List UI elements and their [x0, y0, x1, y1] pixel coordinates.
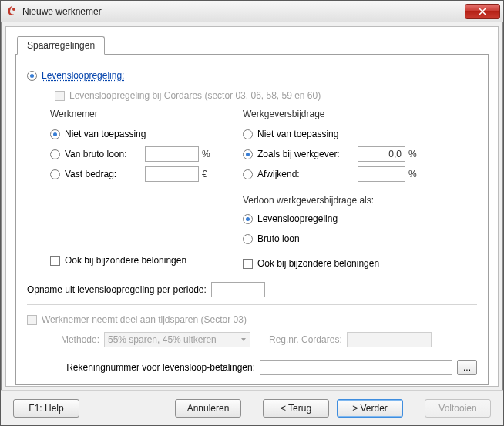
label: Niet van toepassing: [65, 129, 146, 139]
methode-row: Methode: Reg.nr. Cordares:: [27, 330, 477, 350]
label: Zoals bij werkgever:: [257, 149, 358, 159]
checkbox-icon: [243, 259, 253, 269]
radio-icon: [50, 129, 60, 139]
input-opname[interactable]: [211, 282, 265, 297]
checkbox-werknemer-ook-bij[interactable]: Ook bij bijzondere beloningen: [50, 250, 243, 270]
unit-percent: %: [199, 149, 211, 159]
unit-percent: %: [405, 149, 418, 159]
radio-werknemer-nvt[interactable]: Niet van toepassing: [50, 124, 243, 144]
opname-row: Opname uit levensloopregeling per period…: [27, 280, 477, 300]
verloon-heading: Verloon werkgeversbijdrage als:: [243, 195, 466, 206]
radio-werkgever-afwijkend[interactable]: Afwijkend: %: [243, 164, 466, 184]
option-levensloopregeling[interactable]: Levensloopregeling:: [27, 65, 477, 86]
browse-button[interactable]: ...: [457, 360, 477, 375]
radio-werkgever-zoals[interactable]: Zoals bij werkgever: %: [243, 144, 466, 164]
dialog-window: Nieuwe werknemer Spaarregelingen Levensl…: [0, 0, 504, 426]
checkbox-icon: [50, 256, 60, 266]
radio-verloon-levensloop[interactable]: Levensloopregeling: [243, 209, 466, 229]
terug-button[interactable]: < Terug: [263, 399, 329, 418]
ellipsis-icon: ...: [463, 362, 471, 373]
werknemer-group: Werknemer Niet van toepassing Van bruto …: [27, 109, 243, 273]
radio-verloon-bruto[interactable]: Bruto loon: [243, 229, 466, 249]
radio-icon: [243, 129, 253, 139]
close-button[interactable]: [465, 4, 500, 19]
tab-panel: Levensloopregeling: Levensloopregeling b…: [15, 54, 489, 385]
werkgever-group: Werkgeversbijdrage Niet van toepassing Z…: [243, 109, 466, 273]
checkbox-cordares-sector: Levensloopregeling bij Cordares (sector …: [27, 86, 477, 106]
werkgever-heading: Werkgeversbijdrage: [243, 109, 466, 119]
label: Levensloopregeling: [257, 213, 338, 224]
label: Ook bij bijzondere beloningen: [257, 258, 379, 269]
radio-icon: [243, 234, 253, 244]
radio-icon: [243, 149, 253, 159]
label: Vast bedrag:: [65, 169, 145, 179]
radio-werknemer-bruto[interactable]: Van bruto loon: %: [50, 144, 243, 164]
window-title: Nieuwe werknemer: [22, 6, 465, 17]
input-zoals-value[interactable]: [358, 146, 405, 162]
input-bruto-percentage[interactable]: [145, 146, 199, 162]
input-rekeningnummer[interactable]: [260, 360, 452, 375]
app-icon: [5, 5, 18, 18]
checkbox-icon: [27, 315, 37, 325]
help-button[interactable]: F1: Help: [13, 399, 79, 418]
levensloopregeling-label[interactable]: Levensloopregeling:: [42, 70, 124, 81]
voltooien-button: Voltooien: [425, 399, 491, 418]
werknemer-heading: Werknemer: [50, 109, 243, 119]
client-area: Spaarregelingen Levensloopregeling: Leve…: [5, 26, 499, 387]
tabstrip: Spaarregelingen: [15, 36, 489, 55]
opname-label: Opname uit levensloopregeling per period…: [27, 284, 207, 295]
verder-button[interactable]: > Verder: [337, 399, 403, 418]
rekening-label: Rekeningnummer voor levensloop-betalinge…: [55, 362, 255, 373]
unit-percent: %: [405, 169, 418, 179]
label: Van bruto loon:: [65, 149, 145, 159]
tab-spaarregelingen[interactable]: Spaarregelingen: [17, 36, 105, 55]
label: Bruto loon: [257, 233, 300, 244]
label: Afwijkend:: [257, 169, 358, 179]
unit-euro: €: [199, 169, 211, 179]
cordares-label: Levensloopregeling bij Cordares (sector …: [69, 90, 321, 101]
radio-werkgever-nvt[interactable]: Niet van toepassing: [243, 124, 466, 144]
regnr-label: Reg.nr. Cordares:: [269, 334, 342, 345]
methode-label: Methode:: [55, 334, 99, 345]
close-icon: [479, 8, 486, 15]
label: Ook bij bijzondere beloningen: [65, 255, 186, 266]
annuleren-button[interactable]: Annuleren: [175, 399, 241, 418]
checkbox-werkgever-ook-bij[interactable]: Ook bij bijzondere beloningen: [243, 253, 466, 273]
checkbox-tijdsparen: Werknemer neemt deel aan tijdsparen (Sec…: [27, 310, 477, 330]
chevron-down-icon: [240, 334, 247, 345]
tijdsparen-label: Werknemer neemt deel aan tijdsparen (Sec…: [42, 314, 247, 325]
label: Niet van toepassing: [257, 129, 338, 139]
footer: F1: Help Annuleren < Terug > Verder Volt…: [1, 390, 503, 425]
checkbox-icon: [55, 91, 65, 101]
radio-icon: [243, 169, 253, 179]
radio-icon: [243, 214, 253, 224]
radio-icon: [50, 169, 60, 179]
input-afwijkend-percentage[interactable]: [358, 166, 405, 182]
radio-icon: [27, 71, 37, 81]
separator: [27, 304, 477, 305]
rekening-row: Rekeningnummer voor levensloop-betalinge…: [27, 357, 477, 377]
svg-point-0: [12, 8, 15, 11]
input-regnr-cordares: [347, 332, 432, 347]
titlebar: Nieuwe werknemer: [1, 1, 503, 22]
methode-select: [104, 332, 250, 347]
input-vast-bedrag[interactable]: [145, 166, 199, 182]
radio-icon: [50, 149, 60, 159]
radio-werknemer-vast[interactable]: Vast bedrag: €: [50, 164, 243, 184]
